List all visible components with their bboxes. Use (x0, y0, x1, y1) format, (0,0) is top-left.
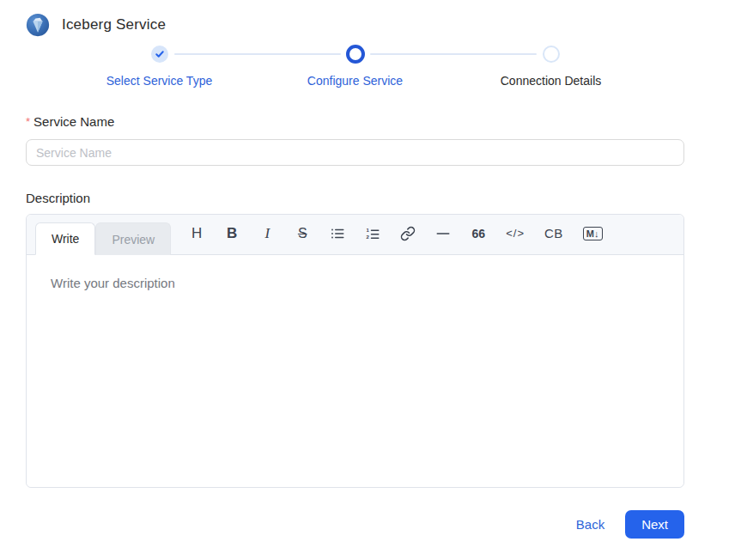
step-active-ring-icon (346, 45, 365, 64)
description-label: Description (26, 191, 684, 205)
horizontal-rule-icon[interactable] (435, 223, 451, 244)
configure-service-page: Iceberg Service Select Service Type Conf… (0, 0, 735, 539)
quote-icon[interactable]: 66 (471, 223, 486, 244)
step-configure-service[interactable]: Configure Service (258, 45, 453, 88)
description-textarea[interactable] (27, 255, 683, 487)
unordered-list-icon[interactable] (330, 223, 345, 244)
svg-text:2: 2 (367, 234, 370, 240)
tab-write[interactable]: Write (35, 222, 95, 255)
page-title: Iceberg Service (62, 16, 166, 33)
next-button[interactable]: Next (625, 510, 684, 539)
required-mark: * (26, 115, 30, 128)
service-name-input[interactable] (26, 139, 684, 166)
editor-toolbar-icons: H B I S 1 2 (189, 215, 602, 254)
inline-code-icon[interactable]: </> (506, 223, 525, 244)
step-label: Configure Service (307, 74, 403, 88)
back-button[interactable]: Back (564, 512, 617, 537)
tab-preview[interactable]: Preview (95, 222, 171, 255)
link-icon[interactable] (400, 223, 416, 244)
italic-icon[interactable]: I (259, 223, 275, 244)
service-name-label: Service Name (33, 114, 114, 129)
editor-body (27, 255, 683, 487)
step-label: Select Service Type (106, 74, 212, 88)
stepper: Select Service Type Configure Service Co… (62, 45, 649, 88)
step-label: Connection Details (501, 74, 602, 88)
bold-icon[interactable]: B (224, 223, 240, 244)
svg-text:1: 1 (367, 227, 370, 232)
description-editor: Write Preview H B I S 1 (26, 214, 684, 488)
strikethrough-icon[interactable]: S (295, 223, 310, 244)
iceberg-logo-icon (26, 13, 50, 37)
markdown-icon[interactable]: M↓ (583, 227, 603, 240)
header: Iceberg Service (26, 12, 684, 38)
step-connection-details[interactable]: Connection Details (453, 45, 649, 88)
heading-icon[interactable]: H (189, 223, 204, 244)
step-completed-check-icon (151, 46, 168, 63)
ordered-list-icon[interactable]: 1 2 (365, 223, 380, 244)
step-pending-circle-icon (543, 46, 560, 63)
service-name-label-row: *Service Name (26, 114, 684, 129)
editor-tabs: Write Preview (35, 215, 171, 254)
code-block-icon[interactable]: CB (544, 223, 563, 244)
footer-actions: Back Next (26, 510, 684, 539)
step-select-service-type[interactable]: Select Service Type (62, 45, 258, 88)
editor-toolbar: Write Preview H B I S 1 (27, 215, 683, 255)
